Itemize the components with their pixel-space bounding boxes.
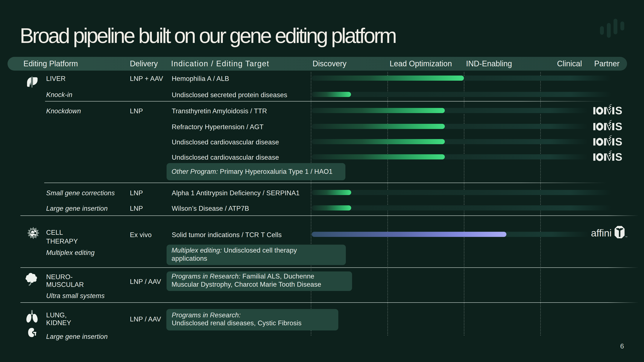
svg-text:S: S [615, 151, 622, 161]
svg-text:S: S [615, 136, 622, 146]
svg-text:S: S [615, 105, 622, 115]
svg-text:S: S [615, 121, 622, 131]
